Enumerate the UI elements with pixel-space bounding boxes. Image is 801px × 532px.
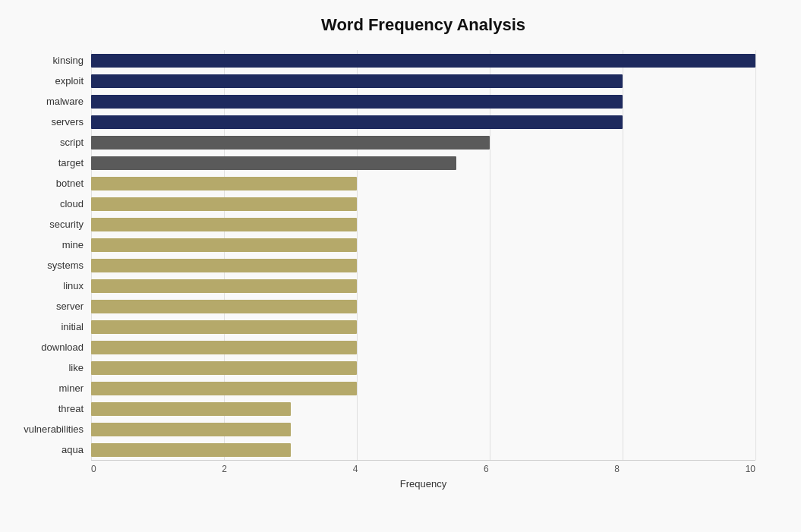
x-axis-label: Frequency <box>91 478 755 490</box>
bar-row: miner <box>91 380 755 397</box>
bar-label: server <box>8 301 91 312</box>
bar-row: malware <box>91 93 755 110</box>
bar-row: threat <box>91 401 755 417</box>
bar-label: initial <box>8 321 91 332</box>
bar-label: systems <box>8 260 91 271</box>
bar-row: kinsing <box>91 52 755 69</box>
bar <box>91 54 755 68</box>
bar-row: vulnerabilities <box>91 421 755 438</box>
chart-title: Word Frequency Analysis <box>91 15 755 35</box>
bars-wrapper: kinsingexploitmalwareserversscripttarget… <box>91 50 755 460</box>
bar <box>91 423 291 436</box>
bar-label: exploit <box>8 75 91 87</box>
bar <box>91 136 490 150</box>
x-tick: 0 <box>91 464 96 474</box>
bar <box>91 402 291 416</box>
bar <box>91 115 623 129</box>
x-tick: 10 <box>746 464 755 474</box>
bar <box>91 382 357 395</box>
bar <box>91 156 456 170</box>
bar-row: mine <box>91 237 755 253</box>
bar-label: kinsing <box>8 55 91 66</box>
bar-row: linux <box>91 278 755 294</box>
bar-row: cloud <box>91 196 755 212</box>
bar-label: download <box>8 342 91 353</box>
bar <box>91 197 357 211</box>
bar <box>91 341 357 354</box>
bar-row: security <box>91 216 755 233</box>
bar <box>91 443 291 457</box>
grid-line <box>755 50 756 460</box>
x-tick: 2 <box>222 464 227 474</box>
bar-row: servers <box>91 114 755 131</box>
bar-row: server <box>91 298 755 315</box>
bar-row: download <box>91 339 755 356</box>
bar <box>91 300 357 313</box>
bar-label: script <box>8 137 91 148</box>
bar <box>91 279 357 293</box>
bar <box>91 259 357 272</box>
bar-label: vulnerabilities <box>8 423 91 435</box>
bar-label: mine <box>8 239 91 250</box>
x-axis: 0246810 Frequency <box>91 460 755 490</box>
bar <box>91 177 357 190</box>
bar-label: servers <box>8 116 91 127</box>
bar-row: script <box>91 134 755 151</box>
bar-label: like <box>8 362 91 373</box>
bar-row: target <box>91 155 755 172</box>
bar <box>91 74 623 88</box>
bar <box>91 218 357 231</box>
x-tick: 6 <box>484 464 489 474</box>
chart-container: Word Frequency Analysis kinsingexploitma… <box>0 0 801 532</box>
bar <box>91 238 357 252</box>
bar-row: like <box>91 360 755 376</box>
bar-label: threat <box>8 403 91 414</box>
x-axis-line <box>91 460 755 461</box>
bar-label: miner <box>8 382 91 394</box>
bar-label: security <box>8 219 91 230</box>
bar-row: systems <box>91 257 755 274</box>
bar-label: malware <box>8 96 91 107</box>
x-tick: 4 <box>353 464 358 474</box>
bar-label: cloud <box>8 198 91 209</box>
bar-label: target <box>8 157 91 168</box>
bar <box>91 95 623 109</box>
bar <box>91 320 357 334</box>
bar-label: linux <box>8 280 91 291</box>
x-tick: 8 <box>614 464 620 474</box>
bar-row: initial <box>91 319 755 335</box>
bar-label: aqua <box>8 444 91 455</box>
bar <box>91 361 357 375</box>
bar-row: exploit <box>91 73 755 90</box>
x-ticks: 0246810 <box>91 460 755 474</box>
bar-row: botnet <box>91 175 755 192</box>
bar-row: aqua <box>91 442 755 458</box>
chart-area: kinsingexploitmalwareserversscripttarget… <box>91 50 755 490</box>
bar-label: botnet <box>8 178 91 189</box>
